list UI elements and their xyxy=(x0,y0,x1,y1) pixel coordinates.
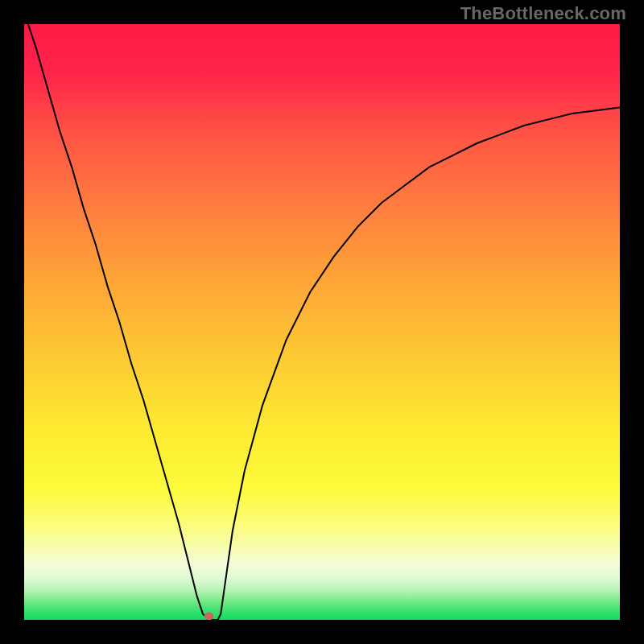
plot-area xyxy=(24,24,620,620)
chart-frame: TheBottleneck.com xyxy=(0,0,644,644)
watermark-text: TheBottleneck.com xyxy=(460,3,626,24)
chart-svg xyxy=(24,24,620,620)
gradient-background xyxy=(24,24,620,620)
